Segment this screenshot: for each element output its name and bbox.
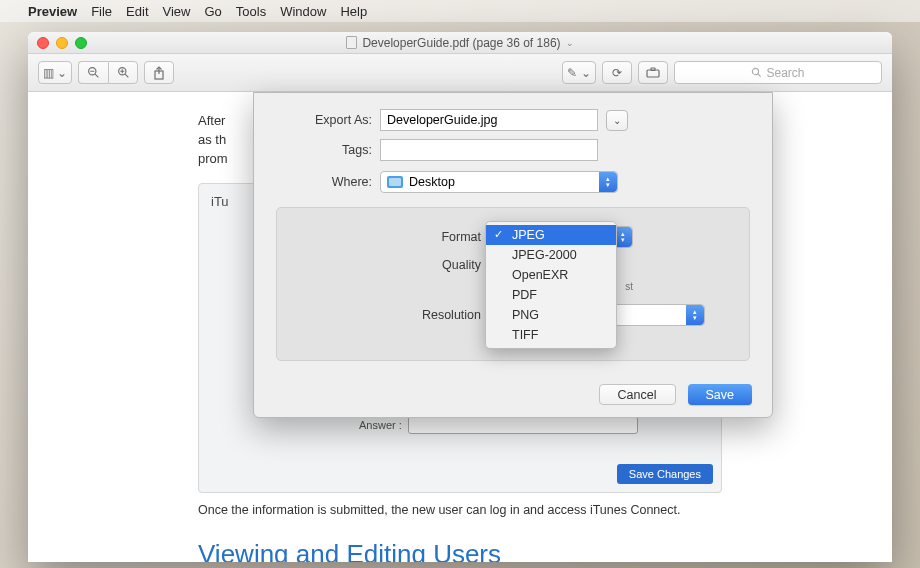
share-button[interactable] — [144, 61, 174, 84]
stepper-handle-icon — [686, 305, 704, 325]
toolbar: ▥ ⌄ ✎ ⌄ ⟳ Search — [28, 54, 892, 92]
export-filename-input[interactable] — [380, 109, 598, 131]
annotate-button[interactable]: ✎ ⌄ — [562, 61, 596, 84]
titlebar: DeveloperGuide.pdf (page 36 of 186) ⌄ — [28, 32, 892, 54]
menu-edit[interactable]: Edit — [126, 4, 148, 19]
menu-bar: Preview File Edit View Go Tools Window H… — [0, 0, 920, 22]
menu-view[interactable]: View — [163, 4, 191, 19]
where-value: Desktop — [409, 175, 455, 189]
expand-save-panel-button[interactable]: ⌄ — [606, 110, 628, 131]
menu-help[interactable]: Help — [340, 4, 367, 19]
format-option-png[interactable]: PNG — [486, 305, 616, 325]
zoom-out-button[interactable] — [78, 61, 108, 84]
desktop-folder-icon — [387, 176, 403, 188]
save-changes-button[interactable]: Save Changes — [617, 464, 713, 484]
body-text: prom — [198, 151, 228, 166]
quality-hint: st — [625, 281, 633, 292]
stepper-handle-icon — [599, 172, 617, 192]
quality-label: Quality — [277, 258, 487, 272]
search-field[interactable]: Search — [674, 61, 882, 84]
markup-button[interactable] — [638, 61, 668, 84]
tags-input[interactable] — [380, 139, 598, 161]
section-heading: Viewing and Editing Users — [198, 539, 722, 562]
format-label: Format — [277, 230, 487, 244]
format-option-tiff[interactable]: TIFF — [486, 325, 616, 345]
save-button[interactable]: Save — [688, 384, 753, 405]
body-text: as th — [198, 131, 226, 150]
body-text: Once the information is submitted, the n… — [198, 503, 722, 517]
document-icon — [346, 36, 357, 49]
format-option-jpeg[interactable]: JPEG — [486, 225, 616, 245]
svg-line-4 — [125, 74, 128, 77]
format-dropdown-menu: JPEG JPEG-2000 OpenEXR PDF PNG TIFF — [485, 221, 617, 349]
cancel-button[interactable]: Cancel — [599, 384, 676, 405]
body-text: After — [198, 112, 225, 131]
svg-point-11 — [753, 68, 759, 74]
svg-rect-10 — [651, 68, 655, 71]
tags-label: Tags: — [254, 143, 380, 157]
search-placeholder: Search — [766, 66, 804, 80]
where-label: Where: — [254, 175, 380, 189]
format-option-openexr[interactable]: OpenEXR — [486, 265, 616, 285]
preview-window: DeveloperGuide.pdf (page 36 of 186) ⌄ ▥ … — [28, 32, 892, 562]
menu-file[interactable]: File — [91, 4, 112, 19]
rotate-button[interactable]: ⟳ — [602, 61, 632, 84]
svg-line-12 — [758, 74, 761, 77]
export-as-label: Export As: — [254, 113, 380, 127]
search-icon — [751, 67, 762, 78]
menu-window[interactable]: Window — [280, 4, 326, 19]
title-chevron-icon[interactable]: ⌄ — [566, 38, 574, 48]
where-dropdown[interactable]: Desktop — [380, 171, 618, 193]
format-option-pdf[interactable]: PDF — [486, 285, 616, 305]
window-title: DeveloperGuide.pdf (page 36 of 186) — [362, 36, 560, 50]
zoom-button-group — [78, 61, 138, 84]
svg-line-1 — [95, 74, 98, 77]
format-options-panel: Format Quality st Resolution — [276, 207, 750, 361]
format-option-jpeg2000[interactable]: JPEG-2000 — [486, 245, 616, 265]
export-sheet: Export As: ⌄ Tags: Where: Desktop Format — [253, 92, 773, 418]
answer-label: Answer : — [359, 419, 402, 431]
resolution-label: Resolution — [277, 308, 487, 322]
menu-tools[interactable]: Tools — [236, 4, 266, 19]
zoom-in-button[interactable] — [108, 61, 138, 84]
answer-input[interactable] — [408, 416, 638, 434]
sidebar-toggle-button[interactable]: ▥ ⌄ — [38, 61, 72, 84]
menu-go[interactable]: Go — [204, 4, 221, 19]
app-menu[interactable]: Preview — [28, 4, 77, 19]
